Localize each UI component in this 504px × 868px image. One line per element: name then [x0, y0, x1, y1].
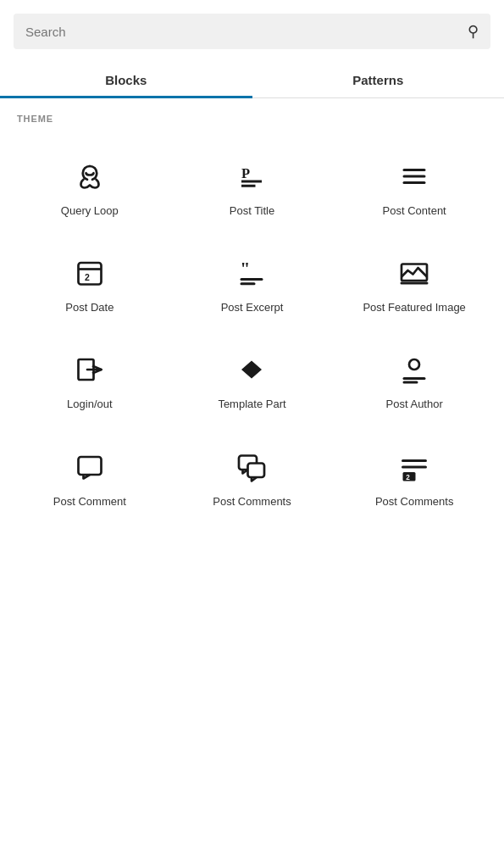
svg-text:2: 2 — [406, 474, 410, 481]
block-query-loop-label: Query Loop — [61, 203, 119, 219]
block-post-content[interactable]: Post Content — [333, 139, 496, 236]
block-post-excerpt[interactable]: " Post Excerpt — [171, 236, 334, 332]
block-post-comments-numbered[interactable]: 2 Post Comments — [333, 430, 496, 526]
block-post-author-label: Post Author — [386, 397, 443, 412]
post-title-icon: P — [235, 159, 269, 193]
post-date-icon: 2 — [73, 256, 107, 290]
theme-section-label: THEME — [0, 98, 504, 131]
search-bar: ⚲ — [14, 14, 490, 49]
block-post-comments[interactable]: Post Comments — [171, 430, 334, 526]
post-content-icon — [397, 159, 431, 193]
svg-text:": " — [241, 259, 251, 279]
post-author-icon — [397, 353, 431, 387]
login-out-icon — [73, 353, 107, 387]
block-post-comment[interactable]: Post Comment — [8, 430, 171, 526]
svg-text:P: P — [241, 165, 250, 181]
post-comment-icon — [73, 450, 107, 484]
svg-point-17 — [409, 359, 419, 370]
block-post-content-label: Post Content — [383, 203, 446, 219]
block-post-title[interactable]: P Post Title — [171, 139, 334, 236]
block-post-comments-numbered-label: Post Comments — [375, 494, 453, 509]
tab-patterns[interactable]: Patterns — [252, 63, 505, 97]
svg-text:2: 2 — [85, 272, 90, 282]
block-post-excerpt-label: Post Excerpt — [221, 300, 284, 315]
block-post-featured-image[interactable]: Post Featured Image — [333, 236, 496, 332]
query-loop-icon — [73, 159, 107, 193]
block-post-comments-label: Post Comments — [213, 494, 291, 509]
block-post-title-label: Post Title — [230, 203, 274, 219]
block-post-featured-image-label: Post Featured Image — [363, 300, 465, 315]
blocks-grid: Query Loop P Post Title Post Content — [0, 131, 504, 535]
svg-rect-20 — [78, 457, 101, 475]
search-input[interactable] — [25, 25, 459, 39]
block-post-date[interactable]: 2 Post Date — [8, 236, 171, 332]
block-template-part-label: Template Part — [218, 397, 285, 412]
block-post-author[interactable]: Post Author — [333, 332, 496, 429]
post-featured-image-icon — [397, 256, 431, 290]
block-query-loop[interactable]: Query Loop — [8, 139, 171, 236]
block-template-part[interactable]: Template Part — [171, 332, 334, 429]
search-icon: ⚲ — [468, 22, 479, 41]
svg-rect-6 — [78, 263, 101, 285]
svg-rect-22 — [248, 463, 265, 477]
block-login-out[interactable]: Login/out — [8, 332, 171, 429]
post-excerpt-icon: " — [235, 256, 269, 290]
post-comments-icon — [235, 450, 269, 484]
block-login-out-label: Login/out — [67, 397, 113, 412]
post-comments-numbered-icon: 2 — [397, 450, 431, 484]
tab-blocks[interactable]: Blocks — [0, 63, 252, 97]
tabs-bar: Blocks Patterns — [0, 63, 504, 98]
block-post-date-label: Post Date — [65, 300, 114, 315]
svg-marker-16 — [241, 361, 262, 379]
block-post-comment-label: Post Comment — [53, 494, 126, 509]
template-part-icon — [235, 353, 269, 387]
